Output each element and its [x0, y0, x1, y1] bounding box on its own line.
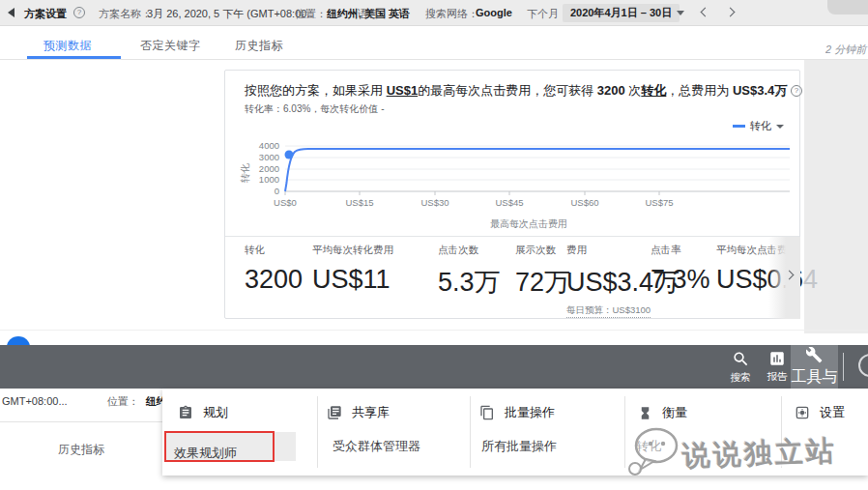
date-dropdown-caret-icon[interactable]: [677, 11, 684, 15]
back-icon: [8, 8, 14, 17]
x-tick: US$0: [274, 197, 297, 208]
plan-name-label: 方案名称：: [99, 7, 152, 21]
forecast-chart: 4000 3000 2000 1000 0 US$0 US$15 US$30 U…: [239, 134, 796, 239]
planning-clipboard-icon: [178, 405, 193, 420]
y-tick: 0: [275, 186, 279, 196]
menu-item-performance-planner[interactable]: 效果规划师: [174, 445, 237, 462]
tab-forecast[interactable]: 预测数据: [43, 38, 92, 54]
plan-name-value[interactable]: 3月 26, 2020, 5 下午 (GMT+08:00..: [147, 7, 313, 21]
headline-max-cpc[interactable]: US$1: [387, 83, 419, 98]
metric-value: 72万: [515, 265, 570, 300]
x-axis-label: 最高每次点击费用: [490, 218, 567, 229]
headline-conversion-term[interactable]: 转化: [641, 83, 666, 98]
x-tick: US$60: [570, 197, 598, 208]
conversions-line: [285, 149, 790, 191]
metric-clicks: 点击次数 5.3万: [438, 244, 501, 300]
info-icon[interactable]: ?: [73, 7, 85, 18]
metric-value: 7.3%: [651, 265, 710, 295]
search-label: 搜索: [723, 372, 758, 383]
metric-label: 转化: [245, 244, 303, 257]
search-button[interactable]: 搜索: [723, 345, 758, 389]
tab-historical-metrics[interactable]: 历史指标: [235, 38, 283, 54]
menu-header-bulk-actions: 批量操作: [479, 404, 555, 421]
chart-metric-dropdown[interactable]: 转化: [733, 119, 784, 133]
metric-impressions: 展示次数 72万: [515, 244, 570, 300]
chevron-down-icon: [776, 125, 784, 129]
forecast-chart-svg: 4000 3000 2000 1000 0 US$0 US$15 US$30 U…: [239, 134, 796, 235]
menu-item-conversions[interactable]: 转化: [636, 438, 661, 455]
menu-header-label: 共享库: [352, 404, 390, 421]
y-tick: 4000: [259, 140, 279, 151]
active-tab-underline: [27, 56, 121, 59]
next-period-icon[interactable]: [726, 8, 736, 17]
headline-help-icon[interactable]: ?: [791, 85, 802, 97]
underlay-border: [0, 421, 162, 422]
menu-item-all-bulk-actions[interactable]: 所有批量操作: [481, 438, 557, 455]
language-label: 语言：: [358, 7, 390, 21]
metric-value: US$11: [312, 265, 393, 295]
metric-label: 点击率: [651, 244, 710, 257]
gmt-fragment: GMT+08:00...: [2, 395, 68, 407]
metrics-scroll-fade: [768, 237, 800, 319]
search-icon: [732, 350, 750, 368]
metric-label: 平均每次点击费用: [716, 244, 818, 257]
menu-column-divider: [781, 396, 782, 468]
y-axis-label: 转化: [240, 163, 250, 183]
next-month-label: 下个月: [527, 7, 559, 21]
plan-point-marker[interactable]: [285, 151, 294, 159]
metric-avg-cpa: 平均每次转化费用 US$11: [312, 244, 393, 295]
back-button[interactable]: [8, 8, 14, 17]
location-label-fragment: 位置：: [107, 395, 139, 407]
x-tick: US$75: [645, 197, 673, 208]
menu-header-label: 设置: [820, 404, 845, 421]
shared-library-icon: [327, 405, 342, 420]
daily-budget-link[interactable]: 每日预算：US$3100: [566, 304, 651, 318]
menu-item-audience-manager[interactable]: 受众群体管理器: [333, 438, 420, 455]
network-label: 搜索网络：: [425, 7, 478, 21]
menu-header-label: 衡量: [662, 404, 687, 421]
location-label: 位置：: [295, 7, 327, 21]
tab-historical-metrics-underlay[interactable]: 历史指标: [58, 442, 104, 458]
settings-gear-icon: [795, 405, 810, 420]
bulk-copy-icon: [479, 405, 495, 420]
metric-avg-cpc: 平均每次点击费用 US$0.64: [716, 244, 818, 295]
y-tick: 3000: [259, 152, 279, 162]
headline-text: ，总费用为: [666, 83, 733, 98]
metric-value: 5.3万: [438, 265, 501, 300]
date-range-selector[interactable]: 2020年4月1日 – 30日: [563, 4, 680, 22]
network-value[interactable]: Google: [476, 7, 512, 18]
saved-ago-status: 2 分钟前: [825, 43, 868, 57]
y-tick: 1000: [259, 174, 279, 185]
x-tick: US$15: [345, 197, 373, 208]
tools-settings-button[interactable]: 工具与 设置: [791, 345, 838, 389]
menu-column-divider: [317, 396, 318, 468]
wrench-icon: [806, 347, 823, 363]
window-corner-fragment: [827, 0, 868, 14]
language-value[interactable]: 英语: [389, 7, 410, 21]
chart-metric-label: 转化: [750, 119, 771, 133]
headline-text: 次: [625, 83, 642, 98]
reports-label: 报告: [760, 371, 795, 382]
plan-tabs: 预测数据 否定关键字 历史指标: [0, 27, 868, 60]
report-chart-icon: [768, 350, 786, 367]
conversion-rate-subline: 转化率：6.03%，每次转化价值 -: [245, 102, 384, 116]
forecast-card: 按照您的方案，如果采用 US$1的最高每次点击费用，您可获得 3200 次转化，…: [224, 70, 800, 319]
menu-header-planning: 规划: [178, 404, 228, 421]
google-ads-keyword-plan-page: 方案设置 ? 方案名称： 3月 26, 2020, 5 下午 (GMT+08:0…: [0, 0, 868, 490]
screenshot-seam: [0, 330, 868, 331]
x-tick: US$45: [495, 197, 523, 208]
series-color-dash: [733, 125, 745, 128]
prev-period-icon[interactable]: [701, 8, 710, 17]
headline-text: 按照您的方案，如果采用: [245, 83, 387, 98]
tab-negative-keywords[interactable]: 否定关键字: [140, 38, 201, 54]
metric-label: 平均每次转化费用: [312, 244, 393, 257]
metric-value-clipped: 4: [803, 265, 818, 294]
plan-settings-bar: 方案设置 ? 方案名称： 3月 26, 2020, 5 下午 (GMT+08:0…: [0, 0, 868, 26]
headline-conversions: 3200: [597, 83, 625, 98]
menu-column-divider: [624, 396, 625, 468]
tools-label-line1: 工具与: [791, 367, 838, 388]
menu-header-measurement: 衡量: [638, 404, 687, 421]
reports-button[interactable]: 报告: [760, 345, 795, 389]
metric-label: 展示次数: [515, 244, 570, 257]
metric-ctr: 点击率 7.3%: [651, 244, 710, 295]
